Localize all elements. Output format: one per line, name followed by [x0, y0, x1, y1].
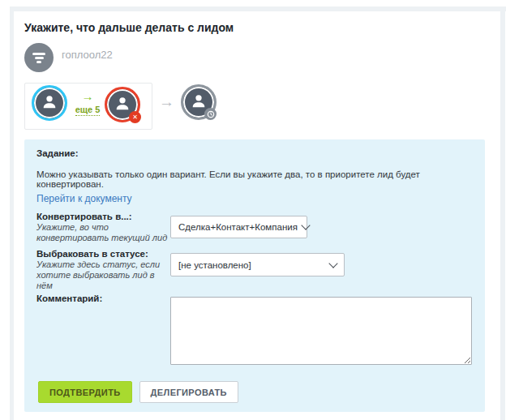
funnel-icon [35, 57, 44, 59]
declined-x-icon: ✕ [129, 111, 141, 123]
frame-border-top [10, 6, 506, 11]
frame-border-right [500, 6, 505, 420]
convert-field-label: Конвертировать в...: Укажите, во что кон… [36, 212, 169, 243]
convert-select-value: Сделка+Контакт+Компания [178, 222, 298, 232]
funnel-icon [32, 53, 45, 55]
waiting-clock-icon [204, 108, 217, 120]
chevron-down-icon [301, 221, 310, 229]
assignee-avatar-declined[interactable]: ✕ [105, 87, 140, 122]
convert-select[interactable]: Сделка+Контакт+Компания [170, 216, 307, 238]
page-title: Укажите, что дальше делать с лидом [24, 21, 234, 34]
comment-field-label: Комментарий: [36, 294, 169, 303]
delegate-button[interactable]: ДЕЛЕГИРОВАТЬ [139, 381, 238, 403]
reject-status-field-label: Выбраковать в статусе: Укажите здесь ста… [36, 249, 169, 291]
person-icon [41, 92, 58, 114]
person-icon [114, 94, 131, 115]
frame-border-left [10, 6, 14, 420]
reject-status-field-hint: Укажите здесь статус, если хотите выбрак… [36, 259, 169, 291]
workflow-log-avatar[interactable] [24, 43, 54, 72]
comment-textarea[interactable] [170, 297, 472, 365]
task-description: Можно указывать только один вариант. Есл… [36, 169, 478, 189]
reject-status-select[interactable]: [не установлено] [170, 253, 345, 276]
confirm-button[interactable]: ПОДТВЕРДИТЬ [38, 381, 132, 403]
convert-field-hint: Укажите, во что конвертировать текущий л… [36, 222, 169, 243]
workflow-name: гоплоол22 [62, 49, 113, 61]
flow-arrow-icon: → [159, 94, 174, 109]
assignee-avatar-current[interactable] [32, 85, 67, 121]
task-panel: Задание: Можно указывать только один вар… [24, 139, 485, 412]
more-assignees-link[interactable]: еще 5 [72, 105, 103, 114]
reject-status-select-value: [не установлено] [178, 260, 251, 270]
task-heading: Задание: [36, 148, 79, 158]
action-buttons: ПОДТВЕРДИТЬ ДЕЛЕГИРОВАТЬ [38, 381, 238, 403]
go-to-document-link[interactable]: Перейти к документу [36, 193, 132, 204]
next-user-avatar[interactable] [181, 84, 217, 120]
assignees-box: → еще 5 ✕ [24, 83, 152, 130]
more-arrow-icon: → [72, 90, 103, 102]
funnel-icon [36, 61, 41, 63]
chevron-down-icon [328, 259, 337, 268]
